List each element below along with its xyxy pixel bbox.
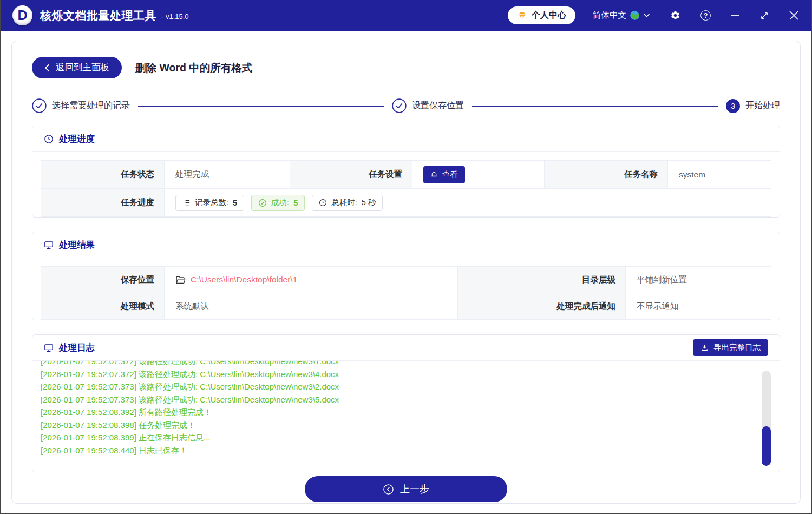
table-row: 保存位置 C:\Users\lin\Deskto	[41, 267, 771, 293]
result-panel-title: 处理结果	[59, 239, 95, 251]
maximize-restore-icon[interactable]	[759, 11, 769, 21]
log-scrollbar-thumb[interactable]	[762, 426, 771, 466]
list-icon	[182, 199, 191, 207]
help-icon[interactable]: ?	[700, 10, 711, 21]
log-panel-header: 处理日志 导出完整日志	[32, 335, 780, 361]
chevron-down-icon	[643, 13, 650, 18]
progress-panel-header: 处理进度	[32, 126, 780, 152]
monitor-icon	[44, 343, 54, 353]
page-title: 删除 Word 中的所有格式	[135, 61, 252, 75]
app-logo: D	[12, 5, 32, 25]
task-settings-label: 任务设置	[290, 161, 412, 188]
badge-value: 5	[233, 199, 237, 207]
log-line: [2026-01-07 19:52:07.372] 该路径处理成功: C:\Us…	[41, 361, 758, 368]
log-lines: [2026-01-07 19:52:07.372] 该路径处理成功: C:\Us…	[41, 361, 758, 457]
user-center-label: 个人中心	[532, 10, 566, 21]
minimize-icon[interactable]	[731, 15, 739, 17]
titlebar: D 核烁文档批量处理工具 - v1.15.0 个人中心 简体中文	[1, 0, 811, 31]
log-scrollbar-track[interactable]	[762, 371, 771, 466]
dir-level-value: 平铺到新位置	[626, 267, 771, 293]
folder-open-icon	[175, 275, 186, 285]
task-name-value: system	[668, 161, 771, 188]
total-records-badge: 记录总数: 5	[175, 195, 244, 211]
chevron-left-icon	[44, 64, 50, 72]
footer: 上一步	[32, 472, 780, 502]
badge-value: 5	[293, 199, 298, 207]
app-window: D 核烁文档批量处理工具 - v1.15.0 个人中心 简体中文	[0, 0, 812, 514]
success-badge: 成功: 5	[251, 195, 305, 211]
step-indicator: 选择需要处理的记录 设置保存位置 3 开始处理	[32, 87, 780, 126]
mode-value: 系统默认	[165, 293, 458, 319]
save-location-cell: C:\Users\lin\Desktop\folder\1	[165, 267, 458, 293]
app-version: - v1.15.0	[161, 10, 189, 21]
table-row: 处理模式 系统默认 处理完成后通知 不显示通知	[41, 293, 771, 320]
export-button-label: 导出完整日志	[713, 342, 761, 353]
export-log-button[interactable]: 导出完整日志	[693, 339, 768, 356]
badge-value: 5 秒	[362, 197, 376, 208]
back-to-dashboard-button[interactable]: 返回到主面板	[32, 57, 122, 78]
view-button-label: 查看	[442, 169, 458, 180]
progress-table: 任务状态 处理完成 任务设置	[41, 160, 771, 217]
help-glyph: ?	[704, 12, 708, 19]
badge-label: 总耗时:	[331, 197, 357, 208]
step-label: 选择需要处理的记录	[52, 100, 130, 111]
view-settings-button[interactable]: 查看	[423, 166, 465, 183]
step-1-select-records: 选择需要处理的记录	[32, 98, 130, 113]
result-panel: 处理结果 保存位置	[32, 232, 780, 320]
previous-step-button[interactable]: 上一步	[305, 476, 507, 502]
log-panel-title: 处理日志	[59, 342, 95, 354]
back-button-label: 返回到主面板	[56, 62, 109, 74]
previous-step-label: 上一步	[400, 483, 429, 496]
task-progress-cell: 记录总数: 5	[165, 189, 771, 216]
log-line: [2026-01-07 19:52:07.372] 该路径处理成功: C:\Us…	[41, 368, 758, 381]
table-row: 任务进度	[41, 189, 771, 217]
task-status-value: 处理完成	[165, 161, 290, 188]
clock-icon	[44, 134, 54, 144]
elapsed-time-badge: 总耗时: 5 秒	[312, 195, 383, 211]
step-number-badge: 3	[726, 99, 740, 113]
step-connector	[138, 106, 384, 107]
check-circle-icon	[258, 199, 267, 207]
task-status-label: 任务状态	[41, 161, 165, 188]
log-line: [2026-01-07 19:52:07.373] 该路径处理成功: C:\Us…	[41, 393, 758, 406]
log-line: [2026-01-07 19:52:07.373] 该路径处理成功: C:\Us…	[41, 380, 758, 393]
user-center-button[interactable]: 个人中心	[508, 6, 575, 24]
language-label: 简体中文	[593, 10, 626, 21]
page-header: 返回到主面板 删除 Word 中的所有格式	[32, 41, 780, 87]
titlebar-actions: 个人中心 简体中文	[508, 6, 798, 24]
step-connector	[472, 106, 718, 107]
log-viewport[interactable]: [2026-01-07 19:52:07.372] 该路径处理成功: C:\Us…	[32, 361, 780, 472]
close-icon[interactable]	[789, 11, 798, 20]
log-panel: 处理日志 导出完整日志 [2026-01-07 19:52:07.37	[32, 334, 780, 472]
save-location-path[interactable]: C:\Users\lin\Desktop\folder\1	[191, 275, 297, 285]
alarm-icon	[430, 171, 438, 179]
mode-label: 处理模式	[41, 293, 165, 319]
notify-label: 处理完成后通知	[458, 293, 626, 319]
result-panel-header: 处理结果	[32, 232, 780, 258]
task-progress-label: 任务进度	[41, 189, 165, 216]
notify-value: 不显示通知	[626, 293, 771, 319]
log-line: [2026-01-07 19:52:08.398] 任务处理完成！	[41, 419, 758, 432]
save-location-label: 保存位置	[41, 267, 165, 293]
badge-label: 成功:	[271, 197, 289, 208]
table-row: 任务状态 处理完成 任务设置	[41, 161, 771, 189]
clock-icon	[319, 199, 327, 207]
step-label: 开始处理	[745, 100, 780, 111]
download-icon	[700, 344, 709, 352]
settings-gear-icon[interactable]	[670, 10, 680, 21]
check-circle-icon	[32, 98, 47, 113]
check-circle-icon	[392, 98, 407, 113]
log-line: [2026-01-07 19:52:08.440] 日志已保存！	[41, 444, 758, 457]
chevron-left-circle-icon	[383, 484, 394, 495]
vip-gem-icon	[517, 10, 527, 21]
language-selector[interactable]: 简体中文	[593, 10, 650, 21]
step-label: 设置保存位置	[412, 100, 464, 111]
dir-level-label: 目录层级	[458, 267, 626, 293]
app-title: 核烁文档批量处理工具	[40, 8, 156, 23]
monitor-icon	[44, 240, 54, 250]
main-area: 返回到主面板 删除 Word 中的所有格式 选择需要处理的记录	[1, 31, 811, 513]
log-line: [2026-01-07 19:52:08.392] 所有路径处理完成！	[41, 406, 758, 419]
task-name-label: 任务名称	[545, 161, 668, 188]
step-3-start-processing: 3 开始处理	[726, 99, 780, 113]
badge-label: 记录总数:	[195, 197, 228, 208]
